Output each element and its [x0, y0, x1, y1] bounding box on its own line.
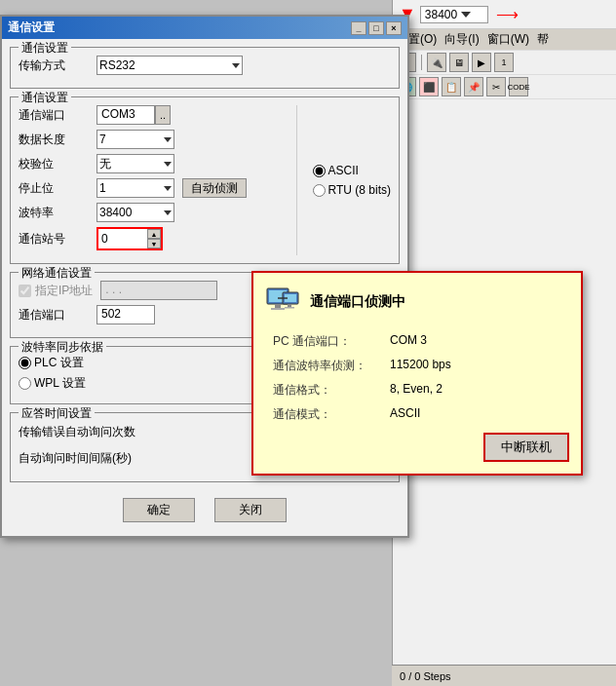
plc-radio-text: PLC 设置 [34, 355, 84, 371]
transmission-select[interactable]: RS232 [96, 56, 243, 75]
transmission-dropdown-arrow [232, 63, 240, 68]
baud-detect-row: 通信波特率侦测： 115200 bps [273, 358, 569, 374]
popup-footer: 中断联机 [273, 433, 569, 462]
stop-select[interactable]: 1 [96, 178, 174, 198]
computer-icon [265, 285, 300, 320]
comm-settings-left: 通信端口 COM3 .. 数据长度 7 [19, 101, 289, 255]
baud-arrow [164, 210, 172, 215]
station-spinbox[interactable]: ▲ ▼ [96, 227, 163, 250]
parity-label: 校验位 [19, 156, 96, 172]
network-group-label: 网络通信设置 [19, 265, 95, 282]
stop-label: 停止位 [19, 180, 96, 197]
menu-wizard[interactable]: 向导(I) [444, 31, 479, 48]
baud-sync-group-label: 波特率同步依据 [19, 339, 106, 356]
dialog-footer: 确定 关闭 [10, 490, 400, 528]
status-bar: 0 / 0 Steps [392, 665, 616, 686]
auto-detect-button[interactable]: 自动侦测 [182, 178, 247, 198]
detection-popup: 通信端口侦测中 PC 通信端口： COM 3 通信波特率侦测： 115200 b… [251, 271, 583, 476]
station-row: 通信站号 ▲ ▼ [19, 227, 289, 250]
speed-value: 38400 [425, 8, 457, 21]
transmission-label: 传输方式 [19, 57, 96, 74]
cancel-button[interactable]: 关闭 [214, 498, 287, 522]
parity-select[interactable]: 无 [96, 154, 174, 173]
data-len-label: 数据长度 [19, 132, 96, 148]
close-button[interactable]: × [386, 21, 402, 35]
minimize-button[interactable]: _ [351, 21, 366, 35]
auto-detect-wrapper: 自动侦测 [182, 178, 247, 198]
ip-checkbox-label[interactable]: 指定IP地址 [19, 283, 93, 299]
port-value[interactable]: COM3 [96, 105, 155, 125]
port-input-group: COM3 .. [96, 105, 171, 125]
ascii-label: ASCII [328, 164, 359, 177]
pc-port-label: PC 通信端口： [273, 333, 390, 350]
toolbar-row-1: ? 🔌 🖥 ▶ 1 [393, 51, 616, 75]
play-icon[interactable]: ▶ [472, 53, 491, 72]
transmission-value: RS232 [99, 58, 135, 72]
mode-label: 通信模式： [273, 406, 390, 423]
comm-settings-group: 通信设置 通信端口 COM3 .. 数据长度 [10, 96, 400, 264]
status-text: 0 / 0 Steps [400, 670, 451, 682]
popup-header: 通信端口侦测中 [265, 285, 569, 320]
right-arrow-icon: ⟶ [496, 5, 519, 23]
dropdown-arrow-icon [461, 12, 471, 18]
format-label: 通信格式： [273, 382, 390, 399]
network-port-value[interactable]: 502 [96, 305, 155, 324]
comm-type-group-label: 通信设置 [19, 40, 71, 57]
menu-window[interactable]: 窗口(W) [487, 31, 529, 48]
ip-checkbox[interactable] [19, 285, 31, 297]
stop-arrow [164, 186, 172, 191]
menu-help[interactable]: 帮 [537, 31, 549, 48]
stop-value: 1 [99, 181, 106, 195]
data-len-arrow [164, 137, 172, 142]
baud-detect-label: 通信波特率侦测： [273, 358, 390, 374]
monitor-icon[interactable]: 🖥 [449, 53, 469, 72]
station-increment-button[interactable]: ▲ [147, 229, 161, 239]
data-len-select[interactable]: 7 [96, 130, 174, 149]
ip-address-field[interactable]: . . . [100, 281, 217, 300]
station-decrement-button[interactable]: ▼ [147, 239, 161, 248]
ascii-radio[interactable] [313, 165, 326, 177]
data-len-value: 7 [99, 133, 106, 146]
plc-radio[interactable] [19, 357, 31, 369]
rtu-radio-label[interactable]: RTU (8 bits) [313, 183, 391, 197]
stop-icon[interactable]: ⬛ [419, 77, 439, 96]
speed-dropdown[interactable]: 38400 [420, 6, 488, 23]
pc-port-value: COM 3 [390, 333, 427, 350]
station-label: 通信站号 [19, 231, 96, 248]
svg-rect-2 [275, 304, 281, 308]
popup-title: 通信端口侦测中 [310, 293, 405, 311]
station-input[interactable] [98, 229, 147, 248]
network-icon[interactable]: 🔌 [427, 53, 446, 72]
copy-icon[interactable]: 📋 [442, 77, 461, 96]
titlebar-buttons: _ □ × [351, 21, 402, 35]
disconnect-button[interactable]: 中断联机 [483, 433, 569, 462]
port-browse-button[interactable]: .. [155, 105, 171, 125]
format-row: 通信格式： 8, Even, 2 [273, 382, 569, 399]
parity-value: 无 [99, 156, 111, 172]
mode-row: 通信模式： ASCII [273, 406, 569, 423]
data-len-row: 数据长度 7 [19, 130, 289, 149]
rtu-radio[interactable] [313, 184, 326, 197]
parity-row: 校验位 无 [19, 154, 289, 173]
scissors-icon[interactable]: ✂ [486, 77, 506, 96]
baud-label: 波特率 [19, 205, 96, 221]
svg-rect-3 [271, 308, 285, 310]
svg-rect-6 [288, 304, 291, 307]
wpl-radio[interactable] [19, 377, 31, 390]
network-port-label: 通信端口 [19, 307, 96, 324]
parity-arrow [164, 162, 172, 167]
comm-type-group: 通信设置 传输方式 RS232 [10, 47, 400, 89]
maximize-button[interactable]: □ [368, 21, 384, 35]
pc-port-row: PC 通信端口： COM 3 [273, 333, 569, 350]
menu-bar: 设置(O) 向导(I) 窗口(W) 帮 [393, 29, 616, 51]
code-icon[interactable]: CODE [509, 77, 528, 96]
num-icon[interactable]: 1 [494, 53, 514, 72]
baud-select[interactable]: 38400 [96, 203, 174, 222]
speed-selector-area: ▼ 38400 ⟶ [393, 0, 616, 29]
ip-checkbox-text: 指定IP地址 [35, 283, 93, 299]
paste-icon[interactable]: 📌 [464, 77, 483, 96]
ok-button[interactable]: 确定 [123, 498, 195, 522]
popup-body: PC 通信端口： COM 3 通信波特率侦测： 115200 bps 通信格式：… [265, 333, 569, 462]
ascii-radio-label[interactable]: ASCII [313, 164, 391, 177]
comm-mode-radio-group: ASCII RTU (8 bits) [296, 105, 391, 255]
